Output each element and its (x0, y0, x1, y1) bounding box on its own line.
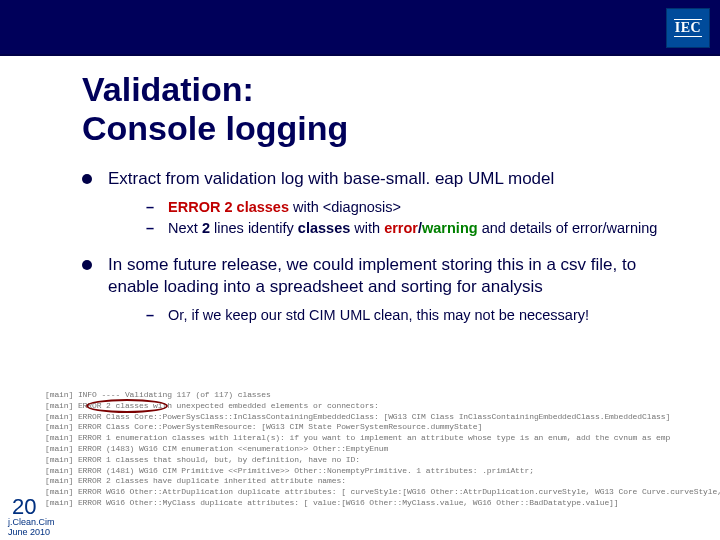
dash-icon: – (146, 306, 154, 325)
log-line: [main] ERROR 2 classes have duplicate in… (45, 476, 714, 487)
sub-bullet: – Next 2 lines identify classes with err… (146, 219, 684, 238)
header-bar: IEC (0, 0, 720, 56)
sub-bullet: – ERROR 2 classes with <diagnosis> (146, 198, 684, 217)
bullet-text: In some future release, we could impleme… (108, 254, 684, 298)
bullet-level1: In some future release, we could impleme… (82, 254, 684, 298)
log-line: [main] ERROR (1481) WG16 CIM Primitive <… (45, 466, 714, 477)
log-line: [main] ERROR Class Core::PowerSystemReso… (45, 422, 714, 433)
sub-bullet-text: ERROR 2 classes with <diagnosis> (168, 198, 684, 217)
iec-logo: IEC (666, 8, 710, 48)
sub-bullet-text: Next 2 lines identify classes with error… (168, 219, 684, 238)
log-line: [main] ERROR 2 classes with unexpected e… (45, 401, 714, 412)
log-line: [main] ERROR (1483) WG16 CIM enumeration… (45, 444, 714, 455)
bullet-icon (82, 174, 92, 184)
log-line: [main] ERROR WG16 Other::MyClass duplica… (45, 498, 714, 509)
log-line: [main] ERROR Class Core::PowerSysClass::… (45, 412, 714, 423)
sub-bullet-text: Or, if we keep our std CIM UML clean, th… (168, 306, 684, 325)
slide-title: Validation: Console logging (82, 70, 348, 148)
log-line: [main] INFO ---- Validating 117 (of 117)… (45, 390, 714, 401)
console-log-screenshot: [main] INFO ---- Validating 117 (of 117)… (45, 390, 714, 505)
log-line: [main] ERROR WG16 Other::AttrDuplication… (45, 487, 714, 498)
sub-bullet: – Or, if we keep our std CIM UML clean, … (146, 306, 684, 325)
slide-body: Extract from validation log with base-sm… (82, 168, 684, 341)
title-line-1: Validation: (82, 70, 348, 109)
title-line-2: Console logging (82, 109, 348, 148)
sub-bullet-list: – Or, if we keep our std CIM UML clean, … (146, 306, 684, 325)
bullet-level1: Extract from validation log with base-sm… (82, 168, 684, 190)
page-number: 20 (12, 494, 36, 520)
slide: IEC Validation: Console logging Extract … (0, 0, 720, 540)
sub-bullet-list: – ERROR 2 classes with <diagnosis> – Nex… (146, 198, 684, 238)
log-line: [main] ERROR 1 classes that should, but,… (45, 455, 714, 466)
footer-line-2: June 2010 (8, 528, 55, 538)
dash-icon: – (146, 219, 154, 238)
bullet-text: Extract from validation log with base-sm… (108, 168, 684, 190)
dash-icon: – (146, 198, 154, 217)
footer: j.Clean.Cim June 2010 (8, 518, 55, 538)
iec-logo-text: IEC (674, 19, 702, 37)
log-line: [main] ERROR 1 enumeration classes with … (45, 433, 714, 444)
bullet-icon (82, 260, 92, 270)
